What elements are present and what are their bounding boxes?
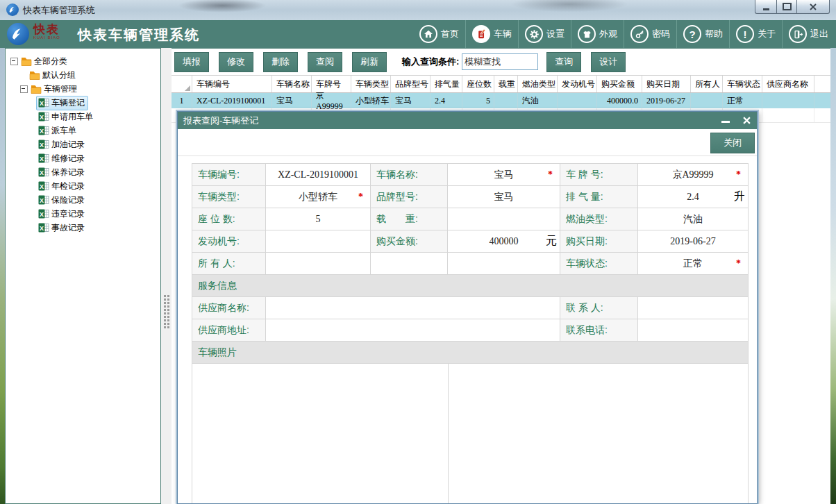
nav-password[interactable]: 密码: [624, 20, 676, 48]
splitter-grip-icon: [164, 295, 169, 328]
table-row[interactable]: 1 XZ-CL-2019100001 宝马 京A99999 小型轿车 宝马 2.…: [172, 93, 830, 108]
col-vehicle-no[interactable]: 车辆编号: [192, 76, 272, 92]
owner-field[interactable]: [266, 253, 371, 275]
sidebar-item-repair[interactable]: 维修记录: [6, 151, 160, 165]
sidebar-item-maintenance[interactable]: 保养记录: [6, 165, 160, 179]
col-fuel-type[interactable]: 燃油类型: [518, 76, 558, 92]
col-owner[interactable]: 所有人: [691, 76, 723, 92]
col-vehicle-type[interactable]: 车辆类型: [351, 76, 391, 92]
maximize-button[interactable]: [776, 0, 797, 14]
close-button[interactable]: [797, 0, 830, 14]
nav-about[interactable]: ! 关于: [729, 20, 782, 48]
dialog-titlebar[interactable]: 报表查阅-车辆登记: [178, 112, 757, 129]
window-controls: [755, 0, 830, 14]
col-plate-no[interactable]: 车牌号: [312, 76, 351, 92]
vehicle-no-field[interactable]: XZ-CL-2019100001: [266, 164, 371, 186]
report-view-dialog: 报表查阅-车辆登记 关闭 车辆编号: XZ-CL-2019100001 车辆名称…: [177, 111, 758, 504]
exit-door-icon: [789, 25, 807, 43]
field-label: 联 系 人:: [560, 297, 638, 319]
dialog-minimize-button[interactable]: [715, 112, 736, 129]
table-header-row: 车辆编号 车辆名称 车牌号 车辆类型 品牌型号 排气量 座位数 载重 燃油类型 …: [172, 75, 830, 93]
design-button[interactable]: 设计: [591, 52, 626, 72]
dialog-close-button[interactable]: 关闭: [710, 133, 755, 153]
col-seats[interactable]: 座位数: [462, 76, 494, 92]
col-supplier-name[interactable]: 供应商名称: [762, 76, 814, 92]
collapse-icon[interactable]: [20, 85, 28, 93]
contact-field[interactable]: [638, 297, 749, 319]
brand-model-field[interactable]: 宝马: [448, 186, 560, 208]
folder-icon: [21, 56, 32, 67]
col-load[interactable]: 载重: [494, 76, 518, 92]
excel-report-icon: [38, 125, 49, 136]
col-brand-model[interactable]: 品牌型号: [391, 76, 430, 92]
col-vehicle-name[interactable]: 车辆名称: [272, 76, 312, 92]
section-vehicle-photo: 车辆照片: [192, 342, 749, 364]
supplier-name-field[interactable]: [266, 297, 560, 319]
contact-phone-field[interactable]: [638, 319, 749, 342]
delete-button[interactable]: 删除: [263, 52, 298, 72]
collapse-icon[interactable]: [10, 58, 18, 65]
fill-button[interactable]: 填报: [174, 52, 209, 72]
tree-node-vehicle-mgmt[interactable]: 车辆管理: [6, 82, 160, 96]
view-button[interactable]: 查阅: [308, 52, 342, 72]
field-label: 车辆名称:: [371, 164, 448, 186]
shirt-icon: [578, 25, 596, 43]
search-input[interactable]: [462, 53, 538, 70]
sidebar-item-vehicle-register[interactable]: 车辆登记: [6, 96, 160, 110]
load-field[interactable]: [448, 208, 560, 230]
sidebar-item-refuel[interactable]: 加油记录: [6, 137, 160, 151]
vehicle-status-field[interactable]: 正常*: [638, 253, 749, 275]
purchase-date-field[interactable]: 2019-06-27: [638, 230, 749, 253]
nav-home[interactable]: 首页: [413, 20, 465, 48]
col-vehicle-status[interactable]: 车辆状态: [723, 76, 762, 92]
seats-field[interactable]: 5: [266, 208, 371, 230]
row-selector-header[interactable]: [172, 76, 192, 92]
pane-splitter[interactable]: [161, 48, 172, 504]
nav-exit[interactable]: 退出: [782, 20, 835, 48]
dialog-toolbar: 关闭: [178, 129, 757, 156]
app-icon: [6, 3, 19, 16]
dialog-close-x-button[interactable]: [736, 112, 757, 129]
refresh-button[interactable]: 刷新: [352, 52, 387, 72]
col-displacement[interactable]: 排气量: [430, 76, 462, 92]
col-purchase-date[interactable]: 购买日期: [642, 76, 691, 92]
nav-help[interactable]: ? 帮助: [676, 20, 729, 48]
sidebar-item-annual-inspection[interactable]: 年检记录: [6, 179, 160, 193]
col-purchase-amount[interactable]: 购买金额: [597, 76, 642, 92]
field-label: 车 牌 号:: [560, 164, 638, 186]
nav-appearance[interactable]: 外观: [571, 20, 624, 48]
modify-button[interactable]: 修改: [219, 52, 253, 72]
cell-fuel-type: 汽油: [518, 93, 558, 108]
sidebar-item-dispatch[interactable]: 派车单: [6, 124, 160, 137]
minimize-icon: [721, 121, 730, 123]
nav-vehicle[interactable]: 车辆: [465, 20, 518, 48]
unit-label: 升: [734, 190, 745, 204]
plate-no-field[interactable]: 京A99999*: [638, 164, 749, 186]
gear-icon: [525, 25, 543, 43]
vehicle-name-field[interactable]: 宝马*: [448, 164, 560, 186]
dialog-title: 报表查阅-车辆登记: [178, 115, 715, 127]
query-button[interactable]: 查询: [546, 52, 581, 72]
sidebar-item-violation[interactable]: 违章记录: [6, 207, 160, 221]
purchase-amount-field[interactable]: 400000元: [448, 230, 560, 253]
photo-slot-right[interactable]: [449, 364, 748, 504]
report-toolbar: 填报 修改 删除 查阅 刷新 输入查询条件: 查询 设计: [172, 49, 830, 75]
displacement-field[interactable]: 2.4升: [638, 186, 749, 208]
engine-no-field[interactable]: [266, 230, 371, 253]
nav-settings[interactable]: 设置: [518, 20, 571, 48]
sidebar-item-accident[interactable]: 事故记录: [6, 221, 160, 235]
cell-vehicle-name: 宝马: [272, 93, 312, 108]
sidebar-item-apply-vehicle[interactable]: 申请用车单: [6, 110, 160, 124]
sidebar-item-insurance[interactable]: 保险记录: [6, 193, 160, 207]
field-label: 车辆类型:: [192, 186, 266, 208]
cell-vehicle-status: 正常: [723, 93, 762, 108]
col-engine-no[interactable]: 发动机号: [558, 76, 597, 92]
photo-slot-left[interactable]: [192, 364, 449, 504]
tree-node-all-categories[interactable]: 全部分类: [6, 54, 160, 68]
field-label: 供应商地址:: [192, 319, 266, 342]
vehicle-type-field[interactable]: 小型轿车*: [266, 186, 371, 208]
fuel-type-field[interactable]: 汽油: [638, 208, 749, 230]
supplier-addr-field[interactable]: [266, 319, 560, 342]
minimize-button[interactable]: [755, 0, 776, 14]
tree-node-default-group[interactable]: 默认分组: [6, 68, 160, 82]
